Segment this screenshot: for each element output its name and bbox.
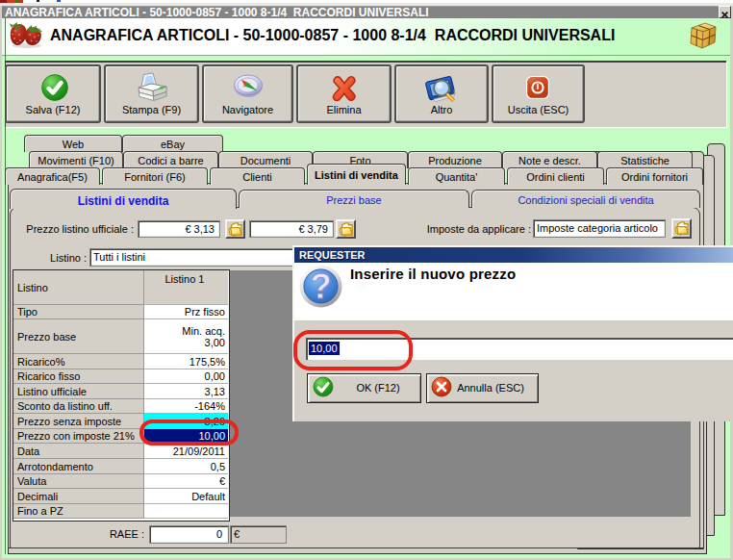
svg-text:?: ?: [311, 267, 332, 306]
